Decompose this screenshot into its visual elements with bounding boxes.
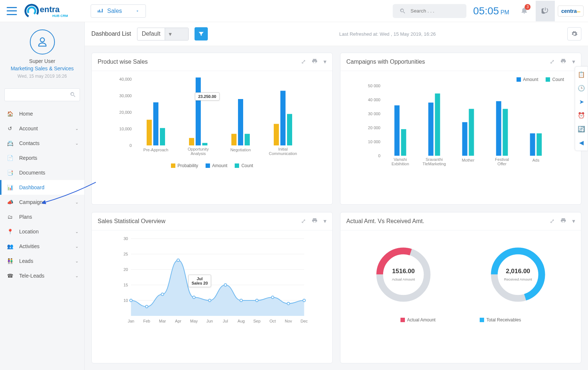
svg-text:Feb: Feb xyxy=(143,319,150,323)
sidebar-item-activities[interactable]: 👥Activities⌄ xyxy=(0,239,84,254)
nav-label: Documents xyxy=(19,170,45,176)
history-icon[interactable]: 🕒 xyxy=(578,85,585,92)
card-title: Campaigns with Opportunities xyxy=(346,59,425,65)
global-search[interactable] xyxy=(393,4,466,18)
dashboard-select[interactable]: Default ▾ xyxy=(137,28,189,40)
hamburger-icon[interactable] xyxy=(7,7,17,15)
svg-text:Festival: Festival xyxy=(495,157,509,162)
settings-button[interactable] xyxy=(567,27,581,40)
svg-text:30: 30 xyxy=(123,236,128,241)
print-icon[interactable] xyxy=(560,58,566,66)
card-campaigns: Campaigns with Opportunities ⤢ ▾ AmountC… xyxy=(340,53,581,205)
nav-label: Activities xyxy=(19,243,39,249)
svg-point-71 xyxy=(287,302,290,304)
filter-button[interactable] xyxy=(195,27,208,40)
print-icon[interactable] xyxy=(312,218,318,225)
sidebar-search[interactable] xyxy=(4,88,80,101)
share-icon[interactable]: ➤ xyxy=(579,98,584,105)
chevron-down-icon: ⌄ xyxy=(75,141,78,146)
svg-text:Jan: Jan xyxy=(128,319,134,323)
print-icon[interactable] xyxy=(312,58,318,66)
svg-rect-42 xyxy=(469,109,474,156)
clipboard-icon[interactable]: 📋 xyxy=(578,71,585,78)
nav-icon: 📄 xyxy=(6,155,14,161)
avatar xyxy=(30,29,55,54)
svg-point-68 xyxy=(240,299,242,302)
chevron-down-icon: ⌄ xyxy=(75,274,78,278)
svg-text:20 000: 20 000 xyxy=(368,126,381,130)
expand-icon[interactable]: ⤢ xyxy=(301,58,306,66)
sidebar-item-campaigns[interactable]: 📣Campaigns⌄ xyxy=(0,195,84,209)
expand-icon[interactable]: ⤢ xyxy=(550,58,554,66)
svg-text:Mother: Mother xyxy=(462,158,475,162)
svg-rect-48 xyxy=(530,133,535,156)
sidebar-item-home[interactable]: 🏠Home xyxy=(0,106,84,121)
svg-text:Actual Amount: Actual Amount xyxy=(392,277,415,281)
gear-icon xyxy=(571,31,578,37)
svg-rect-13 xyxy=(189,138,194,145)
svg-text:30,000: 30,000 xyxy=(119,94,132,98)
svg-text:Dec: Dec xyxy=(301,319,308,323)
sidebar-item-reports[interactable]: 📄Reports xyxy=(0,151,84,165)
svg-rect-14 xyxy=(196,78,201,146)
last-refreshed: Last Refreshed at: Wed , 15 May 2019, 16… xyxy=(214,31,561,37)
nav-icon: ☎ xyxy=(6,273,14,279)
svg-rect-38 xyxy=(435,94,440,156)
sidebar-item-leads[interactable]: 👫Leads⌄ xyxy=(0,254,84,268)
collapse-icon[interactable]: ◀ xyxy=(579,139,584,146)
module-selector[interactable]: Sales xyxy=(91,4,146,18)
svg-point-62 xyxy=(146,305,148,308)
caret-down-icon[interactable]: ▾ xyxy=(572,218,575,225)
notifications-button[interactable]: 3 xyxy=(520,6,528,16)
app-logo: entra HUB CRM xyxy=(24,3,76,19)
alarm-icon[interactable]: ⏰ xyxy=(578,112,585,119)
nav-icon: 📣 xyxy=(6,199,14,205)
svg-rect-9 xyxy=(147,120,152,145)
sidebar-item-plans[interactable]: 🗂Plans xyxy=(0,209,84,224)
expand-icon[interactable]: ⤢ xyxy=(301,218,306,225)
svg-rect-22 xyxy=(274,124,279,146)
power-button[interactable] xyxy=(536,1,555,21)
svg-point-67 xyxy=(224,283,227,286)
search-input[interactable] xyxy=(410,8,455,14)
sidebar-search-input[interactable] xyxy=(4,88,80,101)
expand-icon[interactable]: ⤢ xyxy=(550,218,554,225)
svg-text:Initial: Initial xyxy=(278,147,288,151)
svg-text:25: 25 xyxy=(123,252,128,256)
caret-down-icon[interactable]: ▾ xyxy=(572,58,575,66)
rotate-icon[interactable]: 🔄 xyxy=(578,126,585,133)
sidebar-item-location[interactable]: 📍Location⌄ xyxy=(0,224,84,239)
print-icon[interactable] xyxy=(560,218,566,225)
card-product-sales: Product wise Sales ⤢ ▾ 010,00020,00030,0… xyxy=(91,53,333,205)
nav-icon: 👫 xyxy=(6,258,14,264)
power-icon xyxy=(542,7,549,14)
sidebar-item-dashboard[interactable]: 📊Dashboard xyxy=(0,180,84,195)
card-title: Sales Statistical Overview xyxy=(98,218,165,225)
svg-text:Apr: Apr xyxy=(175,319,181,323)
card-title: Actual Amt. Vs Received Amt. xyxy=(346,218,424,225)
sidebar-item-account[interactable]: ↺Account⌄ xyxy=(0,121,84,136)
sidebar-item-documents[interactable]: 📑Documents xyxy=(0,165,84,180)
nav-icon: 📊 xyxy=(6,184,14,190)
sidebar-item-contacts[interactable]: 📇Contacts⌄ xyxy=(0,136,84,151)
card-title: Product wise Sales xyxy=(98,59,148,65)
svg-point-63 xyxy=(161,293,164,295)
svg-text:entra: entra xyxy=(40,5,60,14)
svg-text:Mar: Mar xyxy=(159,319,166,323)
svg-text:10: 10 xyxy=(123,298,128,303)
chevron-down-icon xyxy=(135,9,140,13)
svg-rect-41 xyxy=(462,122,468,156)
svg-rect-33 xyxy=(395,105,400,156)
svg-text:Offer: Offer xyxy=(497,162,507,166)
svg-rect-44 xyxy=(496,101,501,156)
nav-icon: 📑 xyxy=(6,170,14,176)
svg-text:Oct: Oct xyxy=(269,319,276,323)
svg-text:50 000: 50 000 xyxy=(368,84,381,88)
chevron-down-icon: ⌄ xyxy=(75,200,78,205)
campaigns-chart: 010 00020 00030 00040 00050 000VamshiExb… xyxy=(346,82,575,170)
brand-badge: centra▪▪▪ xyxy=(558,6,584,17)
caret-down-icon[interactable]: ▾ xyxy=(323,218,326,225)
sidebar-item-tele-leads[interactable]: ☎Tele-Leads⌄ xyxy=(0,268,84,283)
caret-down-icon[interactable]: ▾ xyxy=(323,58,326,66)
product-sales-chart: 010,00020,00030,00040,000Pre-ApproachOpp… xyxy=(98,75,326,160)
